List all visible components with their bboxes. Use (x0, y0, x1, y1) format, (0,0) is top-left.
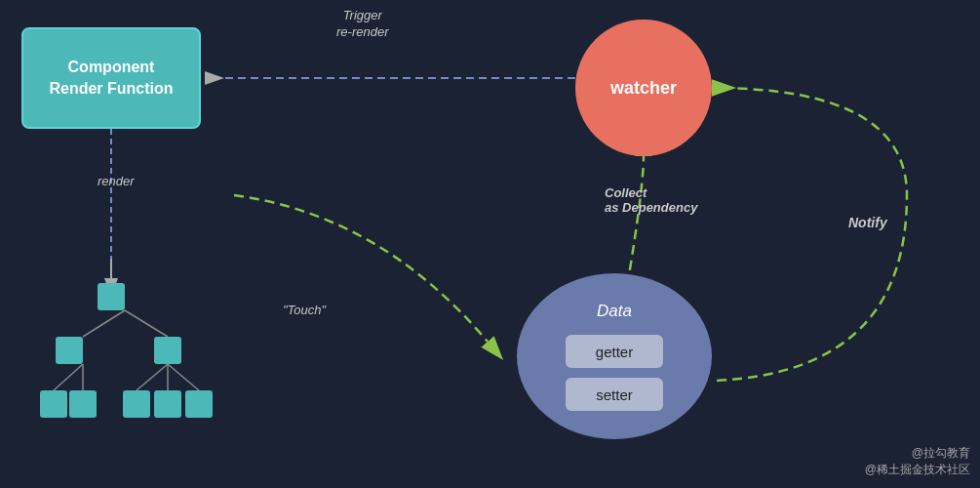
getter-box: getter (566, 335, 663, 368)
data-label: Data (597, 302, 632, 321)
notify-path (712, 88, 907, 381)
vdom-root (98, 283, 125, 310)
vdom-node-l3-2 (69, 390, 97, 418)
label-trigger: Triggerre-render (336, 8, 388, 41)
tree-line-5 (137, 364, 168, 390)
touch-path (234, 195, 488, 342)
vdom-node-l2-2 (154, 337, 181, 364)
label-collect: Collectas Dependency (605, 185, 697, 215)
tree-line-7 (168, 364, 199, 390)
watermark: @拉勾教育 @稀土掘金技术社区 (865, 445, 970, 478)
component-render-function-box: ComponentRender Function (21, 27, 201, 129)
tree-line-3 (54, 364, 83, 390)
vdom-node-l3-3 (123, 390, 150, 418)
tree-line-2 (125, 310, 168, 337)
label-notify: Notify (848, 215, 887, 230)
watcher-circle: watcher (575, 20, 712, 156)
vdom-node-l2-1 (56, 337, 83, 364)
vdom-node-l3-5 (185, 390, 213, 418)
vdom-node-l3-4 (154, 390, 181, 418)
tree-line-1 (83, 310, 125, 337)
diagram: ComponentRender Function watcher Data ge… (0, 0, 980, 488)
vdom-node-l3-1 (40, 390, 67, 418)
label-touch: "Touch" (283, 303, 326, 317)
label-render: render (98, 174, 135, 188)
setter-box: setter (566, 378, 663, 411)
data-circle: Data getter setter (517, 273, 712, 439)
